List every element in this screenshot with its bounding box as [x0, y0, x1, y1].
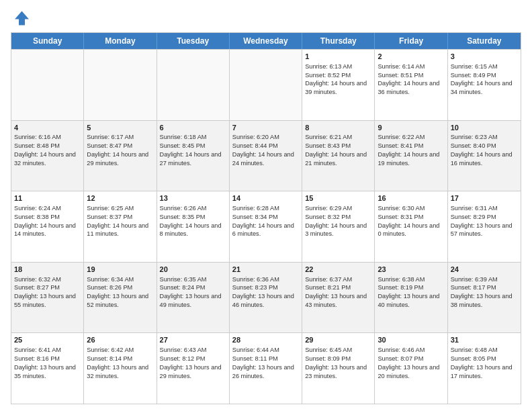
calendar-cell: 19Sunrise: 6:34 AM Sunset: 8:26 PM Dayli…	[84, 263, 157, 333]
cell-daylight-text: Sunrise: 6:32 AM Sunset: 8:27 PM Dayligh…	[14, 276, 76, 308]
svg-marker-0	[15, 11, 29, 26]
cal-header-cell: Sunday	[11, 33, 84, 49]
cal-header-cell: Tuesday	[157, 33, 230, 49]
calendar-cell: 5Sunrise: 6:17 AM Sunset: 8:47 PM Daylig…	[84, 121, 157, 191]
cell-daylight-text: Sunrise: 6:43 AM Sunset: 8:12 PM Dayligh…	[160, 347, 222, 379]
day-number: 10	[451, 123, 518, 133]
calendar-row: 25Sunrise: 6:41 AM Sunset: 8:16 PM Dayli…	[11, 332, 521, 404]
day-number: 26	[87, 335, 153, 345]
calendar-row: 4Sunrise: 6:16 AM Sunset: 8:48 PM Daylig…	[11, 120, 521, 191]
calendar-cell: 26Sunrise: 6:42 AM Sunset: 8:14 PM Dayli…	[84, 333, 157, 404]
calendar-cell: 28Sunrise: 6:44 AM Sunset: 8:11 PM Dayli…	[230, 333, 302, 404]
day-number: 6	[160, 123, 226, 133]
cell-daylight-text: Sunrise: 6:14 AM Sunset: 8:51 PM Dayligh…	[378, 63, 439, 95]
cell-daylight-text: Sunrise: 6:18 AM Sunset: 8:45 PM Dayligh…	[160, 134, 222, 166]
calendar-cell: 31Sunrise: 6:48 AM Sunset: 8:05 PM Dayli…	[448, 333, 521, 404]
calendar-cell: 20Sunrise: 6:35 AM Sunset: 8:24 PM Dayli…	[157, 263, 230, 333]
calendar-cell: 2Sunrise: 6:14 AM Sunset: 8:51 PM Daylig…	[375, 50, 447, 120]
day-number: 17	[451, 193, 518, 203]
day-number: 16	[378, 193, 444, 203]
day-number: 20	[160, 265, 226, 275]
calendar-cell: 3Sunrise: 6:15 AM Sunset: 8:49 PM Daylig…	[448, 50, 521, 120]
day-number: 24	[451, 265, 518, 275]
day-number: 11	[14, 193, 81, 203]
calendar-cell: 13Sunrise: 6:26 AM Sunset: 8:35 PM Dayli…	[157, 191, 230, 262]
calendar-row: 1Sunrise: 6:13 AM Sunset: 8:52 PM Daylig…	[11, 49, 521, 120]
calendar-cell: 9Sunrise: 6:22 AM Sunset: 8:41 PM Daylig…	[375, 121, 447, 191]
calendar-cell: 1Sunrise: 6:13 AM Sunset: 8:52 PM Daylig…	[302, 50, 375, 120]
cell-daylight-text: Sunrise: 6:22 AM Sunset: 8:41 PM Dayligh…	[378, 134, 439, 166]
day-number: 5	[87, 123, 153, 133]
cell-daylight-text: Sunrise: 6:20 AM Sunset: 8:44 PM Dayligh…	[232, 134, 294, 166]
cell-daylight-text: Sunrise: 6:13 AM Sunset: 8:52 PM Dayligh…	[305, 63, 367, 95]
calendar-cell: 15Sunrise: 6:29 AM Sunset: 8:32 PM Dayli…	[302, 191, 375, 262]
day-number: 28	[232, 335, 299, 345]
header	[11, 8, 521, 28]
calendar-cell: 8Sunrise: 6:21 AM Sunset: 8:43 PM Daylig…	[302, 121, 375, 191]
day-number: 7	[232, 123, 299, 133]
calendar: SundayMondayTuesdayWednesdayThursdayFrid…	[11, 32, 521, 404]
day-number: 29	[305, 335, 371, 345]
cell-daylight-text: Sunrise: 6:35 AM Sunset: 8:24 PM Dayligh…	[160, 276, 222, 308]
calendar-body: 1Sunrise: 6:13 AM Sunset: 8:52 PM Daylig…	[11, 49, 521, 404]
cell-daylight-text: Sunrise: 6:38 AM Sunset: 8:19 PM Dayligh…	[378, 276, 439, 308]
cell-daylight-text: Sunrise: 6:16 AM Sunset: 8:48 PM Dayligh…	[14, 134, 76, 166]
cell-daylight-text: Sunrise: 6:21 AM Sunset: 8:43 PM Dayligh…	[305, 134, 367, 166]
cell-daylight-text: Sunrise: 6:23 AM Sunset: 8:40 PM Dayligh…	[451, 134, 513, 166]
calendar-cell: 27Sunrise: 6:43 AM Sunset: 8:12 PM Dayli…	[157, 333, 230, 404]
day-number: 3	[451, 52, 518, 62]
cal-header-cell: Thursday	[302, 33, 375, 49]
cell-daylight-text: Sunrise: 6:46 AM Sunset: 8:07 PM Dayligh…	[378, 347, 439, 379]
cal-header-cell: Wednesday	[230, 33, 302, 49]
day-number: 14	[232, 193, 299, 203]
cal-header-cell: Friday	[375, 33, 447, 49]
calendar-cell: 17Sunrise: 6:31 AM Sunset: 8:29 PM Dayli…	[448, 191, 521, 262]
cell-daylight-text: Sunrise: 6:25 AM Sunset: 8:37 PM Dayligh…	[87, 205, 148, 237]
cell-daylight-text: Sunrise: 6:29 AM Sunset: 8:32 PM Dayligh…	[305, 205, 367, 237]
day-number: 22	[305, 265, 371, 275]
calendar-row: 11Sunrise: 6:24 AM Sunset: 8:38 PM Dayli…	[11, 191, 521, 262]
calendar-cell: 14Sunrise: 6:28 AM Sunset: 8:34 PM Dayli…	[230, 191, 302, 262]
logo	[11, 8, 34, 28]
calendar-cell: 4Sunrise: 6:16 AM Sunset: 8:48 PM Daylig…	[11, 121, 84, 191]
calendar-cell	[84, 50, 157, 120]
calendar-cell: 12Sunrise: 6:25 AM Sunset: 8:37 PM Dayli…	[84, 191, 157, 262]
cell-daylight-text: Sunrise: 6:34 AM Sunset: 8:26 PM Dayligh…	[87, 276, 148, 308]
day-number: 21	[232, 265, 299, 275]
calendar-cell: 30Sunrise: 6:46 AM Sunset: 8:07 PM Dayli…	[375, 333, 447, 404]
day-number: 27	[160, 335, 226, 345]
cell-daylight-text: Sunrise: 6:30 AM Sunset: 8:31 PM Dayligh…	[378, 205, 439, 237]
calendar-cell: 22Sunrise: 6:37 AM Sunset: 8:21 PM Dayli…	[302, 263, 375, 333]
calendar-cell: 7Sunrise: 6:20 AM Sunset: 8:44 PM Daylig…	[230, 121, 302, 191]
cell-daylight-text: Sunrise: 6:44 AM Sunset: 8:11 PM Dayligh…	[232, 347, 294, 379]
calendar-cell	[11, 50, 84, 120]
cell-daylight-text: Sunrise: 6:24 AM Sunset: 8:38 PM Dayligh…	[14, 205, 76, 237]
calendar-cell: 11Sunrise: 6:24 AM Sunset: 8:38 PM Dayli…	[11, 191, 84, 262]
cal-header-cell: Monday	[84, 33, 157, 49]
day-number: 25	[14, 335, 81, 345]
cell-daylight-text: Sunrise: 6:39 AM Sunset: 8:17 PM Dayligh…	[451, 276, 513, 308]
calendar-cell: 25Sunrise: 6:41 AM Sunset: 8:16 PM Dayli…	[11, 333, 84, 404]
day-number: 15	[305, 193, 371, 203]
cell-daylight-text: Sunrise: 6:31 AM Sunset: 8:29 PM Dayligh…	[451, 205, 513, 237]
day-number: 31	[451, 335, 518, 345]
calendar-cell: 10Sunrise: 6:23 AM Sunset: 8:40 PM Dayli…	[448, 121, 521, 191]
calendar-cell: 24Sunrise: 6:39 AM Sunset: 8:17 PM Dayli…	[448, 263, 521, 333]
cell-daylight-text: Sunrise: 6:45 AM Sunset: 8:09 PM Dayligh…	[305, 347, 367, 379]
day-number: 18	[14, 265, 81, 275]
day-number: 1	[305, 52, 371, 62]
cell-daylight-text: Sunrise: 6:48 AM Sunset: 8:05 PM Dayligh…	[451, 347, 513, 379]
day-number: 9	[378, 123, 444, 133]
calendar-row: 18Sunrise: 6:32 AM Sunset: 8:27 PM Dayli…	[11, 262, 521, 333]
calendar-cell	[230, 50, 302, 120]
day-number: 13	[160, 193, 226, 203]
calendar-cell: 23Sunrise: 6:38 AM Sunset: 8:19 PM Dayli…	[375, 263, 447, 333]
cell-daylight-text: Sunrise: 6:15 AM Sunset: 8:49 PM Dayligh…	[451, 63, 513, 95]
calendar-cell: 21Sunrise: 6:36 AM Sunset: 8:23 PM Dayli…	[230, 263, 302, 333]
logo-icon	[11, 8, 31, 28]
day-number: 30	[378, 335, 444, 345]
day-number: 23	[378, 265, 444, 275]
calendar-cell: 29Sunrise: 6:45 AM Sunset: 8:09 PM Dayli…	[302, 333, 375, 404]
day-number: 12	[87, 193, 153, 203]
cell-daylight-text: Sunrise: 6:36 AM Sunset: 8:23 PM Dayligh…	[232, 276, 294, 308]
